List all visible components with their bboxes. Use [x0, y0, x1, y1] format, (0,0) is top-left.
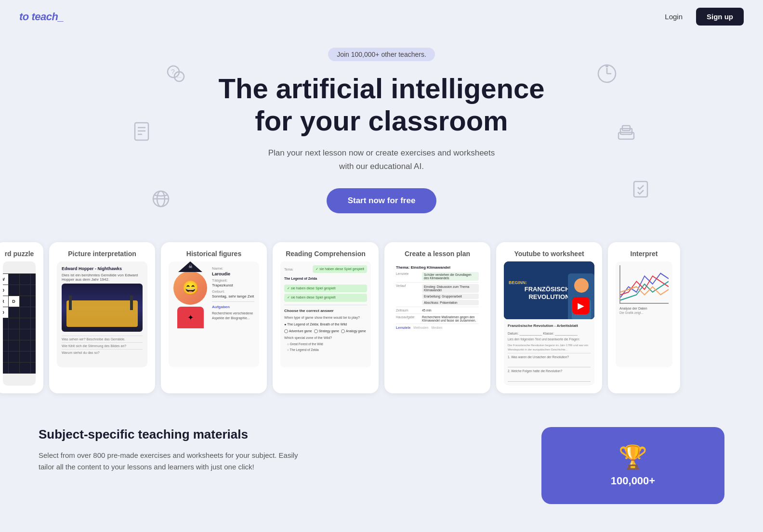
- cw-cell: [31, 307, 36, 318]
- cw-cell: [20, 318, 30, 329]
- cw-cell: [3, 340, 8, 351]
- hero-title: The artificial intelligence for your cla…: [189, 73, 574, 137]
- card-picture-label: Picture interpretation: [57, 250, 147, 258]
- cw-cell: [9, 318, 19, 329]
- card-youtube-label: Youtube to worksheet: [504, 250, 594, 258]
- card-word-puzzle[interactable]: rd puzzle W O S R D: [0, 242, 43, 393]
- svg-rect-18: [634, 182, 647, 197]
- signup-button[interactable]: Sign up: [696, 8, 744, 26]
- interpret-card-content: Analyse der Daten Die Grafik zeigt...: [616, 261, 672, 367]
- cw-cell: [31, 285, 36, 296]
- cw-cell: [31, 340, 36, 351]
- bottom-right-card: 🏆 100,000+: [541, 427, 724, 504]
- card-lesson-plan[interactable]: Create a lesson plan Thema: Einstieg Kli…: [384, 242, 490, 393]
- cw-cell: O: [3, 285, 8, 296]
- youtube-card-content: BEGINN: FRANZÖSISCHEREVOLUTION ▶ Französ…: [504, 261, 594, 386]
- document-icon: [130, 120, 153, 145]
- books-icon: [615, 120, 638, 145]
- svg-text:···: ···: [177, 74, 182, 80]
- crossword-grid: W O S R D D: [3, 273, 36, 374]
- hero-badge: Join 100,000+ other teachers.: [328, 48, 435, 61]
- cw-cell: [31, 363, 36, 373]
- cw-cell: [9, 351, 19, 362]
- card-interpret[interactable]: Interpret Analyse der Daten Die Grafik z…: [608, 242, 680, 393]
- cw-cell: [20, 329, 30, 340]
- q3: Warum siehst du das so?: [62, 351, 143, 354]
- divider: [62, 342, 143, 343]
- bottom-left: Subject-specific teaching materials Sele…: [39, 427, 522, 473]
- divider: [62, 349, 143, 350]
- question-icon: ? ···: [164, 62, 187, 87]
- divider: [62, 336, 143, 336]
- reading-card-content: Tema: ✓ sie haben diese Spiel gespielt T…: [280, 261, 371, 367]
- card-word-puzzle-label: rd puzzle: [3, 250, 36, 258]
- rc-green-bar: ✓ sie haben diese Spiel gespielt: [284, 285, 367, 293]
- start-cta-button[interactable]: Start now for free: [327, 188, 437, 213]
- cw-cell: [20, 340, 30, 351]
- cw-cell: [31, 318, 36, 329]
- trophy-icon: 🏆: [618, 444, 647, 471]
- cw-cell: D: [3, 307, 8, 318]
- cw-cell: [9, 285, 19, 296]
- cw-cell: [9, 340, 19, 351]
- cw-cell: [20, 285, 30, 296]
- hero-section: ? ···: [0, 33, 763, 223]
- card-historical-label: Historical figures: [169, 250, 259, 258]
- cw-cell: [20, 296, 30, 307]
- checklist-icon: [629, 178, 652, 203]
- cw-cell: W: [3, 274, 8, 285]
- card-youtube[interactable]: Youtube to worksheet BEGINN: FRANZÖSISCH…: [496, 242, 602, 393]
- globe-icon: [149, 187, 172, 212]
- cw-cell: [3, 318, 8, 329]
- cw-cell: [20, 307, 30, 318]
- bottom-right-text: 100,000+: [611, 475, 655, 487]
- cw-cell: [9, 363, 19, 373]
- navbar: to teach_ Login Sign up: [0, 0, 763, 33]
- cw-cell: [31, 329, 36, 340]
- clock-icon: [595, 62, 618, 87]
- historical-info: Name: Laroudie Tätigkeit: Trapezkunst Ge…: [212, 266, 254, 363]
- cw-cell: [9, 329, 19, 340]
- cw-cell: R: [3, 296, 8, 307]
- picture-artist-title: Edward Hopper - Nighthawks: [62, 266, 143, 271]
- cw-cell: [9, 274, 19, 285]
- cw-cell: [3, 329, 8, 340]
- cards-strip: rd puzzle W O S R D: [0, 223, 763, 403]
- card-reading-label: Reading Comprehension: [280, 250, 371, 258]
- nav-actions: Login Sign up: [657, 8, 744, 26]
- cw-cell: [3, 351, 8, 362]
- cw-cell: [20, 351, 30, 362]
- card-lesson-label: Create a lesson plan: [392, 250, 483, 258]
- hero-subtitle: Plan your next lesson now or create exer…: [261, 146, 502, 172]
- picture-description: Dies ist ein berühmtes Gemälde von Edwar…: [62, 273, 143, 282]
- youtube-play-button[interactable]: ▶: [572, 297, 590, 314]
- bottom-section: Subject-specific teaching materials Sele…: [0, 403, 763, 528]
- q1: Was sehen wir? Beschreibe das Gemälde.: [62, 337, 143, 341]
- login-button[interactable]: Login: [657, 9, 690, 25]
- pirate-figure: ☠ 😄 ✦: [173, 266, 207, 363]
- card-reading-comprehension[interactable]: Reading Comprehension Tema: ✓ sie haben …: [273, 242, 379, 393]
- card-interpret-label: Interpret: [616, 250, 672, 258]
- rc-green-bar-2: ✓ sie haben diese Spiel gespielt: [284, 294, 367, 302]
- historical-card-content: ☠ 😄 ✦ Name: Laroudie Tätigkeit: Trapezku…: [169, 261, 259, 367]
- cw-cell: [20, 363, 30, 373]
- card-picture-interpretation[interactable]: Picture interpretation Edward Hopper - N…: [49, 242, 155, 393]
- cw-cell: [3, 363, 8, 373]
- card-historical-figures[interactable]: Historical figures ☠ 😄 ✦ Name:: [161, 242, 267, 393]
- picture-card-content: Edward Hopper - Nighthawks Dies ist ein …: [57, 261, 147, 367]
- bottom-description: Select from over 800 pre-made exercises …: [39, 450, 308, 473]
- cw-cell: D: [9, 296, 19, 307]
- bottom-title: Subject-specific teaching materials: [39, 427, 522, 442]
- cw-cell: [31, 351, 36, 362]
- lesson-plan-content: Thema: Einstieg Klimawandel Lernziele Sc…: [392, 261, 483, 367]
- cw-cell: [31, 296, 36, 307]
- svg-point-7: [605, 65, 608, 67]
- card-word-puzzle-content: W O S R D D: [3, 261, 36, 386]
- q2: Wie fühlt sich die Stimmung des Bildes a…: [62, 344, 143, 348]
- cw-cell: [20, 274, 30, 285]
- cw-cell: [9, 307, 19, 318]
- logo: to teach_: [19, 11, 64, 23]
- youtube-thumbnail: BEGINN: FRANZÖSISCHEREVOLUTION ▶: [504, 261, 594, 319]
- cw-cell: [31, 274, 36, 285]
